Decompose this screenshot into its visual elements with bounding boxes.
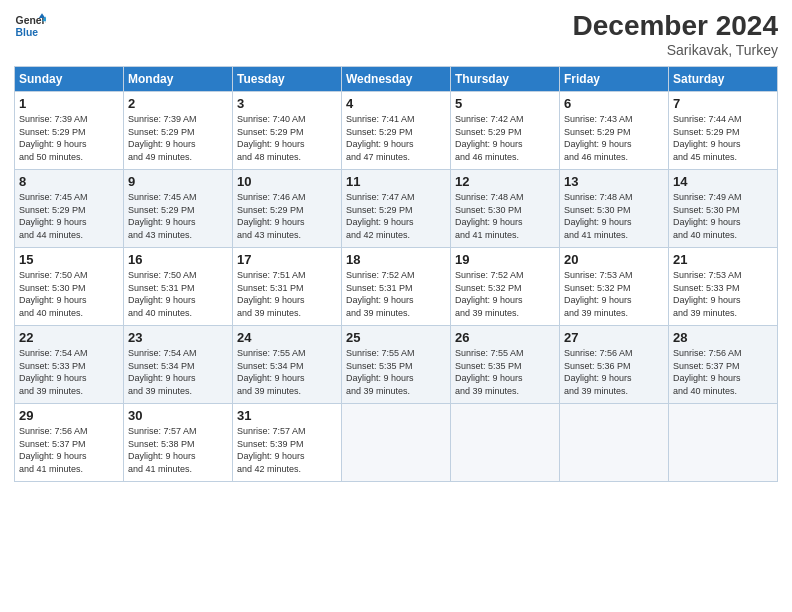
day-number: 21 [673, 252, 773, 267]
calendar-row: 1Sunrise: 7:39 AMSunset: 5:29 PMDaylight… [15, 92, 778, 170]
cell-info: Sunrise: 7:47 AMSunset: 5:29 PMDaylight:… [346, 191, 446, 241]
cell-info: Sunrise: 7:45 AMSunset: 5:29 PMDaylight:… [128, 191, 228, 241]
cell-info: Sunrise: 7:42 AMSunset: 5:29 PMDaylight:… [455, 113, 555, 163]
cell-info: Sunrise: 7:40 AMSunset: 5:29 PMDaylight:… [237, 113, 337, 163]
day-number: 29 [19, 408, 119, 423]
table-cell: 11Sunrise: 7:47 AMSunset: 5:29 PMDayligh… [342, 170, 451, 248]
cell-info: Sunrise: 7:41 AMSunset: 5:29 PMDaylight:… [346, 113, 446, 163]
table-cell: 21Sunrise: 7:53 AMSunset: 5:33 PMDayligh… [669, 248, 778, 326]
table-cell: 15Sunrise: 7:50 AMSunset: 5:30 PMDayligh… [15, 248, 124, 326]
day-number: 31 [237, 408, 337, 423]
table-cell: 26Sunrise: 7:55 AMSunset: 5:35 PMDayligh… [451, 326, 560, 404]
day-number: 26 [455, 330, 555, 345]
cell-info: Sunrise: 7:43 AMSunset: 5:29 PMDaylight:… [564, 113, 664, 163]
day-number: 16 [128, 252, 228, 267]
table-cell: 20Sunrise: 7:53 AMSunset: 5:32 PMDayligh… [560, 248, 669, 326]
table-cell: 22Sunrise: 7:54 AMSunset: 5:33 PMDayligh… [15, 326, 124, 404]
day-number: 13 [564, 174, 664, 189]
title-block: December 2024 Sarikavak, Turkey [573, 10, 778, 58]
table-cell: 10Sunrise: 7:46 AMSunset: 5:29 PMDayligh… [233, 170, 342, 248]
cell-info: Sunrise: 7:51 AMSunset: 5:31 PMDaylight:… [237, 269, 337, 319]
day-number: 9 [128, 174, 228, 189]
header: General Blue December 2024 Sarikavak, Tu… [14, 10, 778, 58]
cell-info: Sunrise: 7:54 AMSunset: 5:34 PMDaylight:… [128, 347, 228, 397]
table-cell [560, 404, 669, 482]
table-cell: 16Sunrise: 7:50 AMSunset: 5:31 PMDayligh… [124, 248, 233, 326]
cell-info: Sunrise: 7:39 AMSunset: 5:29 PMDaylight:… [19, 113, 119, 163]
svg-text:Blue: Blue [16, 27, 39, 38]
day-number: 27 [564, 330, 664, 345]
cell-info: Sunrise: 7:54 AMSunset: 5:33 PMDaylight:… [19, 347, 119, 397]
table-cell: 6Sunrise: 7:43 AMSunset: 5:29 PMDaylight… [560, 92, 669, 170]
cell-info: Sunrise: 7:55 AMSunset: 5:35 PMDaylight:… [455, 347, 555, 397]
table-cell: 7Sunrise: 7:44 AMSunset: 5:29 PMDaylight… [669, 92, 778, 170]
header-row: Sunday Monday Tuesday Wednesday Thursday… [15, 67, 778, 92]
calendar-table: Sunday Monday Tuesday Wednesday Thursday… [14, 66, 778, 482]
cell-info: Sunrise: 7:46 AMSunset: 5:29 PMDaylight:… [237, 191, 337, 241]
cell-info: Sunrise: 7:56 AMSunset: 5:37 PMDaylight:… [673, 347, 773, 397]
cell-info: Sunrise: 7:53 AMSunset: 5:33 PMDaylight:… [673, 269, 773, 319]
day-number: 14 [673, 174, 773, 189]
calendar-row: 15Sunrise: 7:50 AMSunset: 5:30 PMDayligh… [15, 248, 778, 326]
calendar-body: 1Sunrise: 7:39 AMSunset: 5:29 PMDaylight… [15, 92, 778, 482]
col-monday: Monday [124, 67, 233, 92]
col-wednesday: Wednesday [342, 67, 451, 92]
day-number: 17 [237, 252, 337, 267]
logo: General Blue [14, 10, 46, 42]
day-number: 10 [237, 174, 337, 189]
table-cell: 25Sunrise: 7:55 AMSunset: 5:35 PMDayligh… [342, 326, 451, 404]
table-cell: 12Sunrise: 7:48 AMSunset: 5:30 PMDayligh… [451, 170, 560, 248]
table-cell: 19Sunrise: 7:52 AMSunset: 5:32 PMDayligh… [451, 248, 560, 326]
day-number: 18 [346, 252, 446, 267]
day-number: 4 [346, 96, 446, 111]
day-number: 24 [237, 330, 337, 345]
day-number: 1 [19, 96, 119, 111]
table-cell: 31Sunrise: 7:57 AMSunset: 5:39 PMDayligh… [233, 404, 342, 482]
table-cell: 30Sunrise: 7:57 AMSunset: 5:38 PMDayligh… [124, 404, 233, 482]
cell-info: Sunrise: 7:56 AMSunset: 5:36 PMDaylight:… [564, 347, 664, 397]
cell-info: Sunrise: 7:39 AMSunset: 5:29 PMDaylight:… [128, 113, 228, 163]
col-tuesday: Tuesday [233, 67, 342, 92]
table-cell: 8Sunrise: 7:45 AMSunset: 5:29 PMDaylight… [15, 170, 124, 248]
cell-info: Sunrise: 7:48 AMSunset: 5:30 PMDaylight:… [455, 191, 555, 241]
day-number: 23 [128, 330, 228, 345]
table-cell: 24Sunrise: 7:55 AMSunset: 5:34 PMDayligh… [233, 326, 342, 404]
table-cell: 29Sunrise: 7:56 AMSunset: 5:37 PMDayligh… [15, 404, 124, 482]
table-cell: 1Sunrise: 7:39 AMSunset: 5:29 PMDaylight… [15, 92, 124, 170]
table-cell: 17Sunrise: 7:51 AMSunset: 5:31 PMDayligh… [233, 248, 342, 326]
table-cell [669, 404, 778, 482]
table-cell: 3Sunrise: 7:40 AMSunset: 5:29 PMDaylight… [233, 92, 342, 170]
table-cell [451, 404, 560, 482]
cell-info: Sunrise: 7:52 AMSunset: 5:32 PMDaylight:… [455, 269, 555, 319]
logo-icon: General Blue [14, 10, 46, 42]
cell-info: Sunrise: 7:55 AMSunset: 5:34 PMDaylight:… [237, 347, 337, 397]
cell-info: Sunrise: 7:50 AMSunset: 5:31 PMDaylight:… [128, 269, 228, 319]
day-number: 30 [128, 408, 228, 423]
day-number: 7 [673, 96, 773, 111]
cell-info: Sunrise: 7:44 AMSunset: 5:29 PMDaylight:… [673, 113, 773, 163]
day-number: 20 [564, 252, 664, 267]
day-number: 28 [673, 330, 773, 345]
day-number: 15 [19, 252, 119, 267]
table-cell: 27Sunrise: 7:56 AMSunset: 5:36 PMDayligh… [560, 326, 669, 404]
cell-info: Sunrise: 7:48 AMSunset: 5:30 PMDaylight:… [564, 191, 664, 241]
location: Sarikavak, Turkey [573, 42, 778, 58]
table-cell: 18Sunrise: 7:52 AMSunset: 5:31 PMDayligh… [342, 248, 451, 326]
month-title: December 2024 [573, 10, 778, 42]
table-cell: 5Sunrise: 7:42 AMSunset: 5:29 PMDaylight… [451, 92, 560, 170]
calendar-row: 29Sunrise: 7:56 AMSunset: 5:37 PMDayligh… [15, 404, 778, 482]
day-number: 12 [455, 174, 555, 189]
day-number: 5 [455, 96, 555, 111]
cell-info: Sunrise: 7:53 AMSunset: 5:32 PMDaylight:… [564, 269, 664, 319]
day-number: 2 [128, 96, 228, 111]
table-cell: 23Sunrise: 7:54 AMSunset: 5:34 PMDayligh… [124, 326, 233, 404]
cell-info: Sunrise: 7:45 AMSunset: 5:29 PMDaylight:… [19, 191, 119, 241]
cell-info: Sunrise: 7:56 AMSunset: 5:37 PMDaylight:… [19, 425, 119, 475]
calendar-row: 8Sunrise: 7:45 AMSunset: 5:29 PMDaylight… [15, 170, 778, 248]
cell-info: Sunrise: 7:49 AMSunset: 5:30 PMDaylight:… [673, 191, 773, 241]
day-number: 8 [19, 174, 119, 189]
table-cell [342, 404, 451, 482]
day-number: 11 [346, 174, 446, 189]
table-cell: 13Sunrise: 7:48 AMSunset: 5:30 PMDayligh… [560, 170, 669, 248]
day-number: 25 [346, 330, 446, 345]
